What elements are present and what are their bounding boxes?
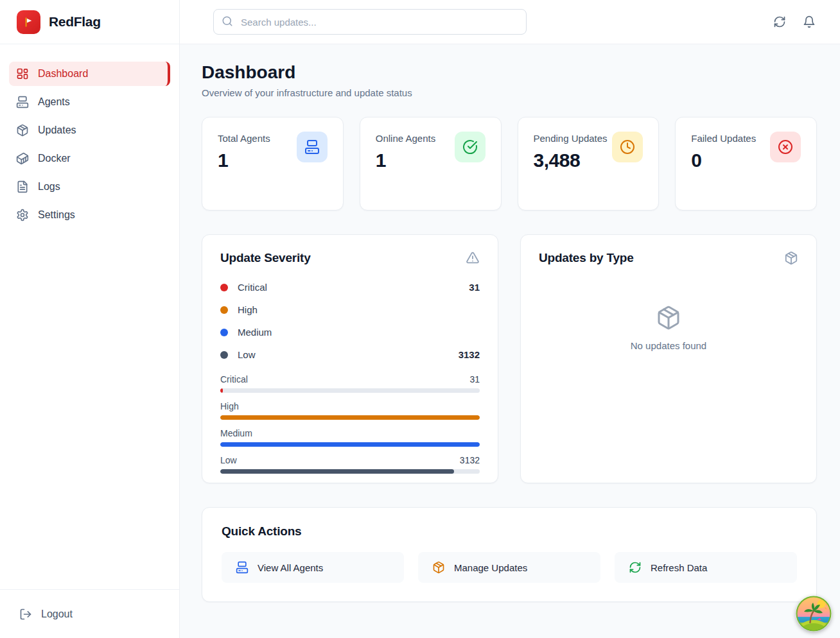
package-icon (784, 251, 798, 265)
stat-label: Failed Updates (691, 132, 756, 145)
refresh-data-button[interactable]: Refresh Data (615, 552, 797, 583)
view-all-agents-button[interactable]: View All Agents (222, 552, 404, 583)
severity-legend: Critical 31 High Medium (220, 276, 480, 366)
page-subtitle: Overview of your infrastructure and upda… (202, 87, 817, 98)
quick-actions-card: Quick Actions View All Agents (202, 507, 817, 602)
legend-label: Medium (238, 327, 272, 338)
button-label: Manage Updates (454, 562, 527, 573)
bar-label: High (220, 401, 239, 411)
button-label: Refresh Data (651, 562, 707, 573)
tropical-island-icon (796, 596, 832, 632)
bar-track (220, 442, 480, 447)
stat-icon-box (612, 132, 643, 162)
sidebar-item-dashboard[interactable]: Dashboard (9, 62, 170, 86)
gear-icon (16, 209, 29, 221)
button-label: View All Agents (258, 562, 323, 573)
package-icon (656, 305, 681, 331)
stat-value: 3,488 (534, 150, 608, 171)
low-dot (220, 351, 228, 359)
quick-actions-buttons: View All Agents Manage Updates (222, 552, 797, 583)
logout-icon (19, 608, 32, 621)
stat-value: 1 (218, 150, 270, 171)
bar-label: Low (220, 455, 237, 465)
refresh-button[interactable] (773, 15, 786, 28)
empty-state: No updates found (539, 265, 798, 351)
sidebar-nav: Dashboard Agents Updates (0, 44, 179, 227)
stat-label: Total Agents (218, 132, 270, 145)
bar-low: Low 3132 (220, 455, 480, 474)
content-area: Dashboard Overview of your infrastructur… (180, 44, 840, 638)
legend-label: Critical (238, 282, 267, 293)
x-circle-icon (778, 139, 793, 155)
legend-label: High (238, 304, 258, 315)
charts-row: Update Severity Critical 31 (202, 234, 817, 483)
computer-icon (16, 96, 29, 108)
sidebar-item-docker[interactable]: Docker (9, 146, 170, 171)
stat-icon-box (770, 132, 801, 162)
sidebar-item-logs[interactable]: Logs (9, 175, 170, 199)
legend-row-medium: Medium (220, 321, 480, 343)
legend-value: 3132 (459, 349, 480, 360)
stat-value: 1 (376, 150, 435, 171)
bar-label: Critical (220, 374, 248, 384)
file-text-icon (16, 180, 29, 193)
critical-dot (220, 284, 228, 291)
search-input[interactable] (213, 9, 527, 35)
main-column: Dashboard Overview of your infrastructur… (180, 0, 840, 638)
bar-value: 3132 (460, 455, 480, 465)
computer-icon (236, 561, 249, 574)
stat-card-total-agents: Total Agents 1 (202, 117, 344, 211)
sidebar-header: RedFlag (0, 0, 179, 44)
sidebar: RedFlag Dashboard Agents (0, 0, 180, 638)
bar-critical: Critical 31 (220, 374, 480, 393)
flag-icon (22, 15, 35, 29)
legend-row-high: High (220, 298, 480, 321)
legend-row-critical: Critical 31 (220, 276, 480, 298)
stat-label: Pending Updates (534, 132, 608, 145)
package-icon (16, 124, 29, 137)
stats-row: Total Agents 1 Online Agents 1 (202, 117, 817, 211)
search-icon (222, 15, 233, 27)
stat-label: Online Agents (376, 132, 435, 145)
refresh-icon (629, 561, 642, 574)
legend-row-low: Low 3132 (220, 343, 480, 366)
panel-title: Updates by Type (539, 251, 634, 265)
bar-label: Medium (220, 428, 252, 438)
brand-name: RedFlag (49, 14, 101, 30)
manage-updates-button[interactable]: Manage Updates (418, 552, 600, 583)
sidebar-item-label: Settings (38, 209, 75, 221)
empty-text: No updates found (631, 340, 706, 351)
clock-icon (620, 139, 635, 155)
bar-fill (220, 388, 223, 393)
topbar-actions (773, 15, 816, 28)
stat-value: 0 (691, 150, 756, 171)
bar-fill (220, 415, 480, 420)
sidebar-item-label: Logs (38, 181, 60, 193)
sidebar-item-updates[interactable]: Updates (9, 118, 170, 142)
container-icon (16, 152, 29, 165)
package-icon (432, 561, 445, 574)
medium-dot (220, 329, 228, 336)
search-box (213, 9, 527, 35)
computer-icon (304, 139, 320, 155)
panel-title: Update Severity (220, 251, 311, 265)
stat-card-failed-updates: Failed Updates 0 (675, 117, 817, 211)
high-dot (220, 306, 228, 314)
sidebar-item-label: Agents (38, 96, 70, 108)
sidebar-item-agents[interactable]: Agents (9, 90, 170, 114)
logout-button[interactable]: Logout (0, 589, 179, 638)
topbar (180, 0, 840, 44)
alert-triangle-icon (466, 251, 480, 265)
quick-actions-title: Quick Actions (222, 524, 797, 539)
stat-card-pending-updates: Pending Updates 3,488 (518, 117, 660, 211)
dashboard-grid-icon (16, 67, 29, 80)
tropical-island-badge[interactable] (796, 596, 832, 632)
update-severity-card: Update Severity Critical 31 (202, 234, 498, 483)
sidebar-item-settings[interactable]: Settings (9, 203, 170, 227)
check-circle-icon (462, 139, 478, 155)
panel-header: Update Severity (220, 251, 480, 265)
app-root: RedFlag Dashboard Agents (0, 0, 840, 638)
panel-header: Updates by Type (539, 251, 798, 265)
notifications-button[interactable] (803, 15, 816, 28)
bar-fill (220, 442, 480, 447)
